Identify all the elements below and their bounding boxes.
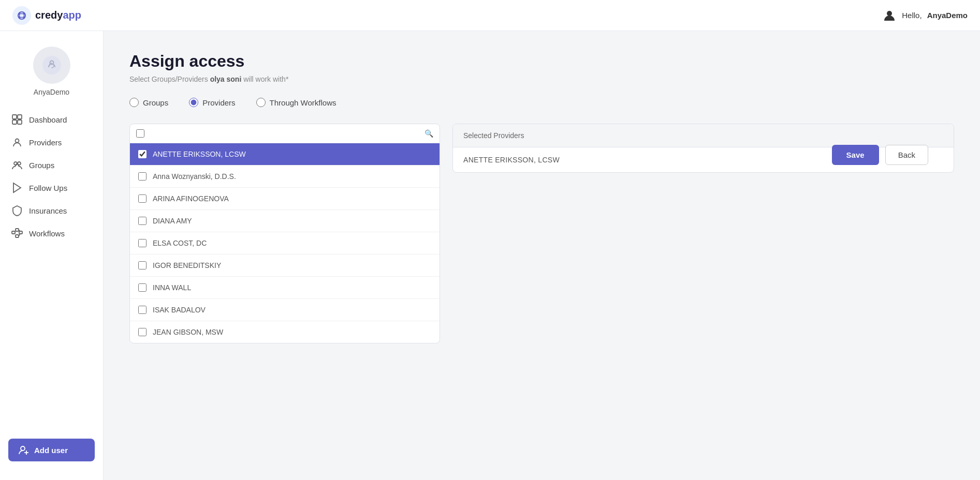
svg-rect-15 xyxy=(18,120,22,124)
insurances-icon xyxy=(11,205,23,216)
provider-name-5: IGOR BENEDITSKIY xyxy=(153,261,221,269)
provider-checkbox-7[interactable] xyxy=(138,306,147,314)
workflows-icon xyxy=(11,228,23,239)
page-subtitle: Select Groups/Providers olya soni will w… xyxy=(129,75,954,83)
sidebar-item-groups[interactable]: Groups xyxy=(4,154,99,176)
provider-name-2: ARINA AFINOGENOVA xyxy=(153,194,229,203)
sidebar-label-workflows: Workflows xyxy=(29,229,65,238)
sidebar-label-providers: Providers xyxy=(29,138,62,147)
subtitle-suffix: will work with* xyxy=(241,75,288,83)
sidebar-item-workflows[interactable]: Workflows xyxy=(4,222,99,244)
provider-checkbox-3[interactable] xyxy=(138,217,147,225)
provider-checkbox-6[interactable] xyxy=(138,283,147,292)
svg-rect-12 xyxy=(12,115,17,119)
sidebar-item-followups[interactable]: Follow Ups xyxy=(4,177,99,199)
provider-name-8: JEAN GIBSON, MSW xyxy=(153,328,223,336)
provider-item-5[interactable]: IGOR BENEDITSKIY xyxy=(130,254,440,277)
svg-marker-19 xyxy=(13,183,21,192)
svg-rect-21 xyxy=(16,229,19,231)
svg-point-0 xyxy=(12,6,31,25)
logo-text: credyapp xyxy=(35,9,81,21)
provider-item-7[interactable]: ISAK BADALOV xyxy=(130,299,440,321)
svg-point-9 xyxy=(887,11,892,16)
radio-workflows-input[interactable] xyxy=(256,98,266,107)
radio-groups[interactable]: Groups xyxy=(129,98,168,107)
sidebar: AnyaDemo Dashboard Providers xyxy=(0,31,104,480)
radio-providers-input[interactable] xyxy=(189,98,198,107)
profile-name: AnyaDemo xyxy=(34,88,69,96)
sidebar-item-providers[interactable]: Providers xyxy=(4,131,99,153)
logo-area: credyapp xyxy=(12,6,81,25)
sidebar-label-insurances: Insurances xyxy=(29,206,67,215)
svg-rect-20 xyxy=(12,231,15,234)
provider-list-box: 🔍 ANETTE ERIKSSON, LCSW Anna Woznyanski,… xyxy=(129,124,440,343)
svg-rect-13 xyxy=(18,115,22,119)
provider-item-8[interactable]: JEAN GIBSON, MSW xyxy=(130,321,440,343)
logo-icon xyxy=(12,6,31,25)
provider-item-4[interactable]: ELSA COST, DC xyxy=(130,232,440,254)
radio-groups-label: Groups xyxy=(143,98,168,107)
sidebar-profile: AnyaDemo xyxy=(0,41,103,109)
content-wrapper: Assign access Select Groups/Providers ol… xyxy=(129,52,954,343)
sidebar-bottom: Add user xyxy=(0,430,103,470)
followups-icon xyxy=(11,182,23,193)
selected-provider-name-0: ANETTE ERIKSSON, LCSW xyxy=(463,156,560,164)
providers-icon xyxy=(11,137,23,148)
provider-name-4: ELSA COST, DC xyxy=(153,239,207,247)
add-user-label: Add user xyxy=(34,446,68,455)
provider-name-3: DIANA AMY xyxy=(153,217,192,225)
provider-search-input[interactable] xyxy=(150,129,419,138)
subtitle-name: olya soni xyxy=(210,75,242,83)
dashboard-icon xyxy=(11,114,23,125)
provider-item-1[interactable]: Anna Woznyanski, D.D.S. xyxy=(130,166,440,188)
header: credyapp Hello, AnyaDemo xyxy=(0,0,980,31)
sidebar-label-followups: Follow Ups xyxy=(29,184,67,192)
back-button[interactable]: Back xyxy=(885,145,928,165)
sidebar-label-groups: Groups xyxy=(29,161,54,170)
provider-checkbox-1[interactable] xyxy=(138,172,147,181)
add-user-button[interactable]: Add user xyxy=(8,439,95,461)
radio-group: Groups Providers Through Workflows xyxy=(129,98,954,107)
groups-icon xyxy=(11,159,23,171)
provider-name-7: ISAK BADALOV xyxy=(153,306,206,314)
sidebar-nav: Dashboard Providers Groups xyxy=(0,109,103,430)
sidebar-item-insurances[interactable]: Insurances xyxy=(4,200,99,221)
page-title: Assign access xyxy=(129,52,954,71)
action-buttons: Save Back xyxy=(832,145,928,165)
svg-point-27 xyxy=(21,446,25,451)
radio-workflows-label: Through Workflows xyxy=(270,98,337,107)
save-button[interactable]: Save xyxy=(832,145,879,165)
provider-checkbox-5[interactable] xyxy=(138,261,147,269)
svg-point-16 xyxy=(16,139,19,143)
user-area: Hello, AnyaDemo xyxy=(882,8,968,23)
provider-item-3[interactable]: DIANA AMY xyxy=(130,210,440,232)
provider-checkbox-2[interactable] xyxy=(138,194,147,203)
header-greeting: Hello, xyxy=(902,11,922,20)
selected-providers-header: Selected Providers xyxy=(453,124,954,147)
profile-avatar xyxy=(33,47,70,84)
two-col-layout: 🔍 ANETTE ERIKSSON, LCSW Anna Woznyanski,… xyxy=(129,124,954,343)
radio-groups-input[interactable] xyxy=(129,98,139,107)
provider-checkbox-0[interactable] xyxy=(138,150,147,158)
svg-line-26 xyxy=(19,234,20,236)
provider-item-0[interactable]: ANETTE ERIKSSON, LCSW xyxy=(130,143,440,166)
svg-rect-22 xyxy=(16,235,19,237)
main-layout: AnyaDemo Dashboard Providers xyxy=(0,31,980,480)
sidebar-item-dashboard[interactable]: Dashboard xyxy=(4,109,99,130)
provider-item-2[interactable]: ARINA AFINOGENOVA xyxy=(130,188,440,210)
radio-providers[interactable]: Providers xyxy=(189,98,235,107)
select-all-checkbox[interactable] xyxy=(136,129,144,138)
subtitle-prefix: Select Groups/Providers xyxy=(129,75,210,83)
list-header: 🔍 xyxy=(130,124,440,143)
provider-name-0: ANETTE ERIKSSON, LCSW xyxy=(153,150,246,158)
svg-rect-23 xyxy=(19,231,22,234)
radio-workflows[interactable]: Through Workflows xyxy=(256,98,337,107)
content-area: Assign access Select Groups/Providers ol… xyxy=(104,31,980,480)
svg-point-10 xyxy=(42,56,61,74)
header-username: AnyaDemo xyxy=(927,11,968,20)
provider-checkbox-4[interactable] xyxy=(138,239,147,247)
search-icon: 🔍 xyxy=(425,129,433,138)
provider-checkbox-8[interactable] xyxy=(138,328,147,336)
provider-item-6[interactable]: INNA WALL xyxy=(130,277,440,299)
provider-name-1: Anna Woznyanski, D.D.S. xyxy=(153,172,236,181)
